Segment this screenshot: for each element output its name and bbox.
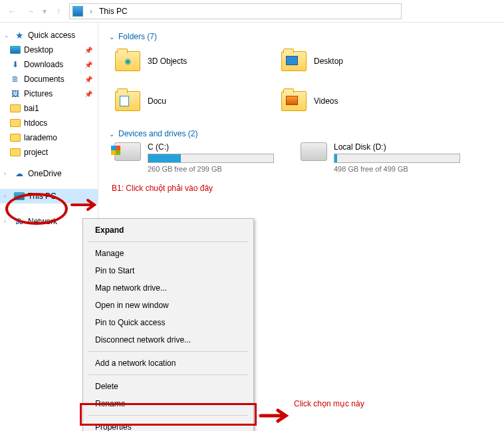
annotation-text-b2: Click chọn mục này bbox=[294, 399, 364, 408]
menu-separator bbox=[88, 351, 248, 352]
nav-dropdown-icon[interactable]: ▾ bbox=[41, 7, 48, 16]
menu-item-pin-start[interactable]: Pin to Start bbox=[83, 262, 253, 279]
nav-back-button[interactable]: ← bbox=[4, 3, 20, 19]
pin-icon: 📌 bbox=[84, 47, 92, 54]
sidebar-item-quick-access[interactable]: ⌄ ★ Quick access bbox=[0, 28, 98, 43]
tile-label: Docu bbox=[148, 96, 166, 106]
sidebar-item-onedrive[interactable]: › ☁ OneDrive bbox=[0, 166, 98, 181]
annotation-arrow-icon bbox=[258, 408, 290, 423]
pin-icon: 📌 bbox=[84, 76, 92, 83]
this-pc-icon bbox=[72, 6, 83, 17]
folder-icon bbox=[10, 104, 21, 112]
star-icon: ★ bbox=[13, 30, 25, 41]
folder-icon bbox=[10, 134, 21, 142]
cloud-icon: ☁ bbox=[13, 168, 25, 179]
drives-section-header[interactable]: ⌄ Devices and drives (2) bbox=[109, 129, 499, 138]
menu-item-manage[interactable]: Manage bbox=[83, 245, 253, 262]
tile-label: Desktop bbox=[314, 57, 343, 66]
tile-label: Videos bbox=[314, 96, 338, 106]
annotation-text-b1: B1: Click chuột phải vào đây bbox=[112, 184, 213, 193]
tile-label: 3D Objects bbox=[148, 57, 187, 66]
downloads-icon: ⬇ bbox=[9, 59, 21, 70]
nav-forward-button[interactable]: → bbox=[23, 3, 39, 19]
menu-item-disconnect-drive[interactable]: Disconnect network drive... bbox=[83, 331, 253, 349]
menu-separator bbox=[88, 415, 248, 416]
pictures-icon: 🖼 bbox=[9, 88, 21, 99]
sidebar-label: htdocs bbox=[24, 118, 47, 128]
sidebar-label: Desktop bbox=[24, 45, 53, 55]
sidebar-item-documents[interactable]: 🗎 Documents 📌 bbox=[0, 72, 98, 86]
sidebar-item-project[interactable]: project bbox=[0, 145, 98, 160]
chevron-right-icon[interactable]: › bbox=[4, 218, 11, 225]
drive-usage-bar bbox=[148, 154, 274, 163]
drive-name: C (C:) bbox=[148, 142, 274, 152]
annotation-circle bbox=[5, 193, 68, 225]
folder-tile-videos[interactable]: Videos bbox=[281, 85, 447, 117]
documents-icon: 🗎 bbox=[9, 74, 21, 84]
drive-free-text: 498 GB free of 499 GB bbox=[334, 165, 460, 173]
sidebar-label: Pictures bbox=[24, 89, 53, 98]
drive-d[interactable]: Local Disk (D:) 498 GB free of 499 GB bbox=[301, 142, 460, 173]
address-bar: ← → ▾ ↑ › This PC bbox=[0, 0, 504, 23]
drive-usage-bar bbox=[334, 154, 460, 163]
sidebar-label: bai1 bbox=[24, 104, 39, 113]
menu-item-expand[interactable]: Expand bbox=[83, 221, 253, 239]
sidebar-label: Documents bbox=[24, 74, 64, 84]
menu-item-map-drive[interactable]: Map network drive... bbox=[83, 279, 253, 297]
folder-tile-desktop[interactable]: Desktop bbox=[281, 45, 447, 77]
pin-icon: 📌 bbox=[84, 61, 92, 69]
menu-item-delete[interactable]: Delete bbox=[83, 378, 253, 395]
folder-icon bbox=[281, 51, 307, 71]
folder-icon bbox=[281, 91, 307, 111]
drive-free-text: 260 GB free of 299 GB bbox=[148, 165, 274, 173]
menu-item-pin-quick-access[interactable]: Pin to Quick access bbox=[83, 314, 253, 331]
sidebar-label: Quick access bbox=[28, 31, 75, 40]
section-title: Folders (7) bbox=[118, 32, 157, 41]
menu-separator bbox=[88, 374, 248, 375]
menu-item-properties[interactable]: Properties bbox=[83, 418, 253, 431]
drive-icon bbox=[301, 142, 327, 161]
sidebar-label: OneDrive bbox=[28, 169, 62, 178]
chevron-right-icon: › bbox=[87, 7, 95, 16]
pin-icon: 📌 bbox=[84, 90, 92, 98]
drive-name: Local Disk (D:) bbox=[334, 142, 460, 152]
folder-tile-3d-objects[interactable]: ◉ 3D Objects bbox=[114, 45, 281, 77]
drive-c[interactable]: C (C:) 260 GB free of 299 GB bbox=[114, 142, 274, 173]
folder-icon bbox=[115, 91, 140, 111]
sidebar-item-larademo[interactable]: larademo bbox=[0, 130, 98, 145]
sidebar-label: Downloads bbox=[24, 60, 63, 69]
chevron-right-icon[interactable]: › bbox=[4, 193, 11, 200]
sidebar-label: larademo bbox=[24, 133, 57, 142]
folders-section-header[interactable]: ⌄ Folders (7) bbox=[109, 32, 499, 41]
menu-item-rename[interactable]: Rename bbox=[83, 395, 253, 412]
sidebar-item-downloads[interactable]: ⬇ Downloads 📌 bbox=[0, 57, 98, 72]
chevron-down-icon[interactable]: ⌄ bbox=[4, 32, 11, 39]
sidebar-item-bai1[interactable]: bai1 bbox=[0, 101, 98, 116]
sidebar-item-pictures[interactable]: 🖼 Pictures 📌 bbox=[0, 86, 98, 101]
folder-icon: ◉ bbox=[115, 51, 140, 71]
context-menu: Expand Manage Pin to Start Map network d… bbox=[82, 218, 254, 431]
section-title: Devices and drives (2) bbox=[118, 129, 197, 138]
drive-icon bbox=[114, 142, 141, 161]
sidebar-label: project bbox=[24, 148, 48, 157]
address-location: This PC bbox=[99, 7, 128, 16]
folder-tile-documents[interactable]: Docu bbox=[114, 85, 281, 117]
chevron-down-icon: ⌄ bbox=[109, 33, 114, 41]
menu-item-open-new-window[interactable]: Open in new window bbox=[83, 297, 253, 314]
sidebar-item-htdocs[interactable]: htdocs bbox=[0, 116, 98, 130]
nav-up-button[interactable]: ↑ bbox=[51, 3, 66, 19]
chevron-right-icon[interactable]: › bbox=[4, 170, 11, 177]
chevron-down-icon: ⌄ bbox=[109, 130, 114, 138]
sidebar-item-desktop[interactable]: Desktop 📌 bbox=[0, 43, 98, 57]
folder-icon bbox=[10, 119, 21, 127]
desktop-icon bbox=[10, 46, 21, 54]
address-field[interactable]: › This PC bbox=[69, 3, 402, 19]
folder-icon bbox=[10, 148, 21, 156]
annotation-arrow-icon bbox=[70, 198, 101, 212]
menu-separator bbox=[88, 241, 248, 242]
menu-item-add-network-location[interactable]: Add a network location bbox=[83, 355, 253, 372]
